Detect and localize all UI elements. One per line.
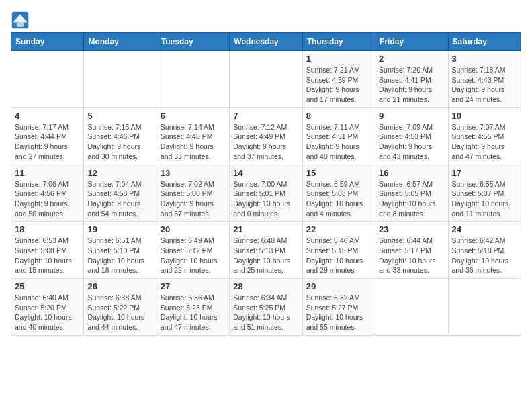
- day-number: 27: [161, 281, 226, 291]
- day-number: 3: [452, 54, 517, 64]
- calendar-week-row: 4Sunrise: 7:17 AM Sunset: 4:44 PM Daylig…: [11, 107, 521, 165]
- day-number: 11: [15, 168, 80, 178]
- calendar-week-row: 25Sunrise: 6:40 AM Sunset: 5:20 PM Dayli…: [11, 279, 521, 336]
- day-number: 24: [452, 224, 517, 234]
- calendar-header: SundayMondayTuesdayWednesdayThursdayFrid…: [11, 33, 521, 51]
- day-detail: Sunrise: 6:34 AM Sunset: 5:25 PM Dayligh…: [233, 293, 298, 332]
- day-detail: Sunrise: 7:00 AM Sunset: 5:01 PM Dayligh…: [233, 179, 298, 219]
- weekday-header: Thursday: [302, 33, 375, 51]
- calendar-cell: 19Sunrise: 6:51 AM Sunset: 5:10 PM Dayli…: [84, 222, 157, 279]
- day-detail: Sunrise: 7:21 AM Sunset: 4:39 PM Dayligh…: [306, 65, 371, 105]
- calendar-cell: 21Sunrise: 6:48 AM Sunset: 5:13 PM Dayli…: [230, 222, 302, 279]
- calendar-cell: 4Sunrise: 7:17 AM Sunset: 4:44 PM Daylig…: [11, 107, 84, 165]
- calendar-table: SundayMondayTuesdayWednesdayThursdayFrid…: [11, 32, 521, 336]
- calendar-cell: 27Sunrise: 6:36 AM Sunset: 5:23 PM Dayli…: [157, 279, 229, 336]
- calendar-cell: 11Sunrise: 7:06 AM Sunset: 4:56 PM Dayli…: [11, 165, 84, 222]
- weekday-header: Monday: [84, 33, 157, 51]
- day-number: 29: [306, 281, 371, 291]
- day-detail: Sunrise: 7:11 AM Sunset: 4:51 PM Dayligh…: [306, 122, 371, 162]
- calendar-cell: 7Sunrise: 7:12 AM Sunset: 4:49 PM Daylig…: [230, 107, 302, 165]
- day-detail: Sunrise: 6:40 AM Sunset: 5:20 PM Dayligh…: [15, 293, 80, 332]
- day-number: 22: [306, 224, 371, 234]
- day-detail: Sunrise: 6:38 AM Sunset: 5:22 PM Dayligh…: [87, 293, 152, 332]
- day-detail: Sunrise: 6:46 AM Sunset: 5:15 PM Dayligh…: [306, 236, 371, 275]
- weekday-header: Saturday: [448, 33, 521, 51]
- weekday-header: Wednesday: [230, 33, 302, 51]
- calendar-cell: 22Sunrise: 6:46 AM Sunset: 5:15 PM Dayli…: [302, 222, 375, 279]
- day-number: 1: [306, 54, 371, 64]
- day-detail: Sunrise: 6:42 AM Sunset: 5:18 PM Dayligh…: [452, 236, 517, 275]
- weekday-header: Friday: [375, 33, 448, 51]
- day-detail: Sunrise: 6:53 AM Sunset: 5:08 PM Dayligh…: [15, 236, 80, 275]
- day-detail: Sunrise: 7:14 AM Sunset: 4:48 PM Dayligh…: [161, 122, 226, 162]
- calendar-cell: 9Sunrise: 7:09 AM Sunset: 4:53 PM Daylig…: [375, 107, 448, 165]
- calendar-cell: 26Sunrise: 6:38 AM Sunset: 5:22 PM Dayli…: [84, 279, 157, 336]
- day-detail: Sunrise: 6:59 AM Sunset: 5:03 PM Dayligh…: [306, 179, 371, 219]
- calendar-week-row: 18Sunrise: 6:53 AM Sunset: 5:08 PM Dayli…: [11, 222, 521, 279]
- day-number: 9: [379, 111, 444, 121]
- day-detail: Sunrise: 6:36 AM Sunset: 5:23 PM Dayligh…: [161, 293, 226, 332]
- calendar-cell: [375, 279, 448, 336]
- calendar-cell: 12Sunrise: 7:04 AM Sunset: 4:58 PM Dayli…: [84, 165, 157, 222]
- day-detail: Sunrise: 7:06 AM Sunset: 4:56 PM Dayligh…: [15, 179, 80, 219]
- day-number: 25: [15, 281, 80, 291]
- day-number: 12: [87, 168, 152, 178]
- day-number: 6: [161, 111, 226, 121]
- day-number: 26: [87, 281, 152, 291]
- calendar-cell: 3Sunrise: 7:18 AM Sunset: 4:43 PM Daylig…: [448, 51, 521, 108]
- calendar-cell: 25Sunrise: 6:40 AM Sunset: 5:20 PM Dayli…: [11, 279, 84, 336]
- day-detail: Sunrise: 7:04 AM Sunset: 4:58 PM Dayligh…: [87, 179, 152, 219]
- day-number: 5: [87, 111, 152, 121]
- calendar-cell: [11, 51, 84, 108]
- logo: [11, 11, 31, 30]
- day-number: 2: [379, 54, 444, 64]
- calendar-cell: [448, 279, 521, 336]
- day-number: 28: [233, 281, 298, 291]
- calendar-cell: [84, 51, 157, 108]
- calendar-cell: 2Sunrise: 7:20 AM Sunset: 4:41 PM Daylig…: [375, 51, 448, 108]
- calendar-cell: 14Sunrise: 7:00 AM Sunset: 5:01 PM Dayli…: [230, 165, 302, 222]
- day-number: 16: [379, 168, 444, 178]
- day-detail: Sunrise: 7:02 AM Sunset: 5:00 PM Dayligh…: [161, 179, 226, 219]
- day-detail: Sunrise: 6:51 AM Sunset: 5:10 PM Dayligh…: [87, 236, 152, 275]
- calendar-cell: [230, 51, 302, 108]
- day-number: 8: [306, 111, 371, 121]
- day-number: 14: [233, 168, 298, 178]
- day-detail: Sunrise: 6:57 AM Sunset: 5:05 PM Dayligh…: [379, 179, 444, 219]
- day-detail: Sunrise: 7:17 AM Sunset: 4:44 PM Dayligh…: [15, 122, 80, 162]
- calendar-cell: 13Sunrise: 7:02 AM Sunset: 5:00 PM Dayli…: [157, 165, 229, 222]
- calendar-cell: 28Sunrise: 6:34 AM Sunset: 5:25 PM Dayli…: [230, 279, 302, 336]
- day-number: 19: [87, 224, 152, 234]
- calendar-cell: 18Sunrise: 6:53 AM Sunset: 5:08 PM Dayli…: [11, 222, 84, 279]
- day-detail: Sunrise: 7:20 AM Sunset: 4:41 PM Dayligh…: [379, 65, 444, 105]
- calendar-cell: 16Sunrise: 6:57 AM Sunset: 5:05 PM Dayli…: [375, 165, 448, 222]
- logo-icon: [11, 11, 30, 30]
- day-number: 21: [233, 224, 298, 234]
- day-number: 17: [452, 168, 517, 178]
- day-number: 10: [452, 111, 517, 121]
- calendar-cell: 17Sunrise: 6:55 AM Sunset: 5:07 PM Dayli…: [448, 165, 521, 222]
- day-number: 18: [15, 224, 80, 234]
- header: [11, 11, 521, 30]
- calendar-cell: 20Sunrise: 6:49 AM Sunset: 5:12 PM Dayli…: [157, 222, 229, 279]
- day-detail: Sunrise: 6:32 AM Sunset: 5:27 PM Dayligh…: [306, 293, 371, 332]
- calendar-cell: 1Sunrise: 7:21 AM Sunset: 4:39 PM Daylig…: [302, 51, 375, 108]
- svg-rect-2: [17, 23, 24, 27]
- calendar-week-row: 11Sunrise: 7:06 AM Sunset: 4:56 PM Dayli…: [11, 165, 521, 222]
- weekday-header: Tuesday: [157, 33, 229, 51]
- day-number: 4: [15, 111, 80, 121]
- calendar-cell: 29Sunrise: 6:32 AM Sunset: 5:27 PM Dayli…: [302, 279, 375, 336]
- day-detail: Sunrise: 6:55 AM Sunset: 5:07 PM Dayligh…: [452, 179, 517, 219]
- day-detail: Sunrise: 7:15 AM Sunset: 4:46 PM Dayligh…: [87, 122, 152, 162]
- day-number: 13: [161, 168, 226, 178]
- calendar-cell: 24Sunrise: 6:42 AM Sunset: 5:18 PM Dayli…: [448, 222, 521, 279]
- day-detail: Sunrise: 7:12 AM Sunset: 4:49 PM Dayligh…: [233, 122, 298, 162]
- day-number: 23: [379, 224, 444, 234]
- day-number: 7: [233, 111, 298, 121]
- calendar-cell: 8Sunrise: 7:11 AM Sunset: 4:51 PM Daylig…: [302, 107, 375, 165]
- day-number: 20: [161, 224, 226, 234]
- day-number: 15: [306, 168, 371, 178]
- day-detail: Sunrise: 7:18 AM Sunset: 4:43 PM Dayligh…: [452, 65, 517, 105]
- day-detail: Sunrise: 7:07 AM Sunset: 4:55 PM Dayligh…: [452, 122, 517, 162]
- day-detail: Sunrise: 7:09 AM Sunset: 4:53 PM Dayligh…: [379, 122, 444, 162]
